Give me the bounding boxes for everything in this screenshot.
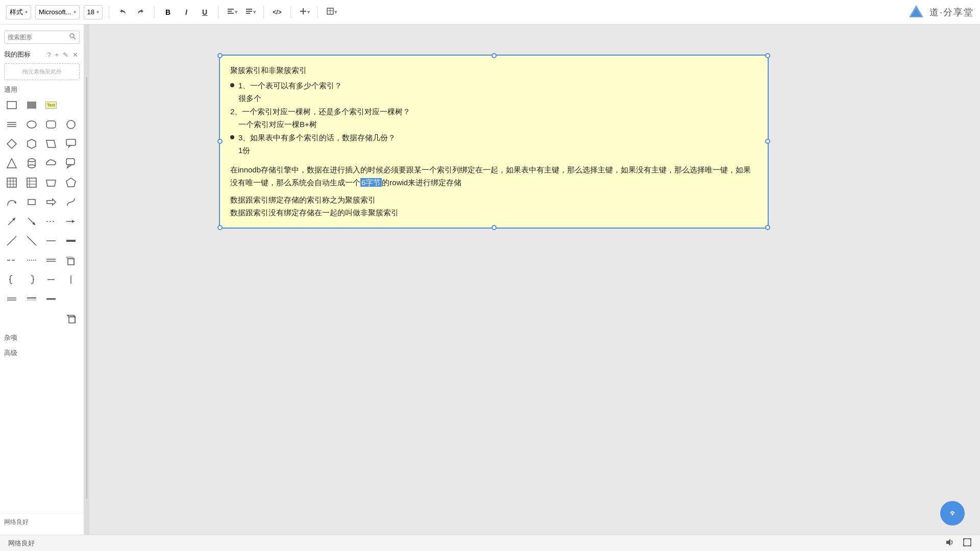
fontsize-dropdown[interactable]: 18 ▾	[84, 5, 103, 19]
svg-marker-24	[28, 139, 36, 148]
handle-mid-right[interactable]	[765, 139, 770, 144]
shape-grid-3d	[0, 310, 84, 327]
shape-3d-box[interactable]	[62, 252, 80, 269]
sidebar-search-container[interactable]	[4, 31, 80, 44]
sep2	[154, 6, 155, 18]
shape-text-box[interactable]: Text	[42, 96, 60, 114]
shape-grid-row3	[0, 135, 84, 153]
align-button[interactable]: ▾	[225, 5, 239, 19]
blue-circle-button[interactable]	[940, 501, 965, 525]
shape-diagonal-line[interactable]	[3, 232, 20, 249]
shape-parallelogram[interactable]	[42, 135, 60, 153]
question-3: 3、如果表中有多个索引的话，数据存储几份？	[238, 131, 396, 144]
shape-line-h[interactable]	[42, 232, 60, 249]
shape-dline3[interactable]	[42, 290, 60, 308]
advanced-section-label[interactable]: 高级	[0, 344, 84, 360]
handle-mid-left[interactable]	[217, 139, 223, 144]
shape-diamond[interactable]	[3, 135, 20, 153]
misc-section-label[interactable]: 杂项	[0, 329, 84, 344]
shape-grid-row5	[0, 174, 84, 191]
shape-rect-outline[interactable]	[3, 96, 20, 114]
shape-dots-line[interactable]	[42, 213, 60, 230]
content-title: 聚簇索引和非聚簇索引	[230, 64, 757, 77]
table-button[interactable]: ▾	[324, 5, 338, 19]
svg-point-29	[28, 159, 35, 162]
shape-ellipse[interactable]	[23, 116, 40, 133]
status-right	[945, 538, 972, 548]
shape-arrow-diagonal-tr[interactable]	[23, 213, 40, 230]
shape-grid-extra1	[0, 252, 84, 269]
redo-button[interactable]	[134, 5, 148, 19]
shape-arrow-line[interactable]	[62, 213, 80, 230]
shape-callout[interactable]	[62, 135, 80, 153]
my-icons-label: 我的图标	[4, 50, 31, 59]
shape-line-short[interactable]	[42, 271, 60, 288]
shape-lines[interactable]	[3, 116, 20, 133]
shape-pentagon[interactable]	[62, 174, 80, 191]
underline-button[interactable]: U	[198, 5, 212, 19]
shape-rect-small[interactable]	[23, 193, 40, 211]
shape-dline1[interactable]	[3, 290, 20, 308]
shape-cube-3d[interactable]	[63, 310, 81, 327]
shape-cylinder[interactable]	[23, 155, 40, 172]
shape-triangle[interactable]	[3, 155, 20, 172]
font-dropdown[interactable]: Microsoft... ▾	[35, 5, 80, 19]
shape-arrow-diagonal-tl[interactable]	[3, 213, 20, 230]
svg-marker-44	[46, 180, 56, 186]
shape-cloud[interactable]	[42, 155, 60, 172]
svg-point-79	[951, 513, 953, 515]
close-icon[interactable]: ✕	[71, 51, 80, 59]
handle-bottom-center[interactable]	[492, 225, 497, 230]
shape-hexagon[interactable]	[23, 135, 40, 153]
italic-button[interactable]: I	[179, 5, 193, 19]
content-box[interactable]: 聚簇索引和非聚簇索引 1、一个表可以有多少个索引？ 很多个 2、一个索引对应一棵…	[219, 55, 768, 228]
handle-bottom-right[interactable]	[765, 225, 770, 230]
underline-icon: U	[202, 8, 207, 16]
canvas-area[interactable]: 聚簇索引和非聚簇索引 1、一个表可以有多少个索引？ 很多个 2、一个索引对应一棵…	[84, 24, 980, 535]
handle-top-right[interactable]	[765, 53, 770, 58]
shape-dline2[interactable]	[23, 290, 40, 308]
shape-rect-filled[interactable]	[23, 96, 40, 114]
shape-circle[interactable]	[62, 116, 80, 133]
code-button[interactable]: </>	[270, 5, 284, 19]
shape-list[interactable]	[23, 174, 40, 191]
shape-dash2[interactable]	[23, 252, 40, 269]
undo-button[interactable]	[115, 5, 130, 19]
volume-icon[interactable]	[945, 538, 954, 548]
search-input[interactable]	[8, 34, 67, 41]
handle-bottom-left[interactable]	[217, 225, 223, 230]
edit-icon[interactable]: ✎	[61, 51, 70, 59]
fullscreen-icon[interactable]	[963, 538, 972, 548]
drop-zone[interactable]: 拖元素拖至此外	[4, 63, 80, 80]
paragraph-main: 在innodb存储引擎中，数据在进行插入的时候必须要跟某一个索引列绑定在一起，如…	[230, 163, 757, 189]
style-dropdown[interactable]: 样式 ▾	[6, 5, 31, 19]
shape-arrow-right[interactable]	[42, 193, 60, 211]
handle-top-center[interactable]	[492, 53, 497, 58]
shape-dash3[interactable]	[42, 252, 60, 269]
shape-line-v[interactable]	[62, 271, 80, 288]
more-format-button[interactable]: ▾	[243, 5, 257, 19]
svg-rect-40	[27, 178, 36, 187]
shape-speech-bubble[interactable]	[62, 155, 80, 172]
shape-table[interactable]	[3, 174, 20, 191]
insert-button[interactable]: ▾	[297, 5, 311, 19]
shape-brace-open[interactable]	[3, 271, 20, 288]
shape-trapezoid[interactable]	[42, 174, 60, 191]
sep6	[317, 6, 318, 18]
shape-s-curve[interactable]	[62, 193, 80, 211]
add-icon[interactable]: +	[53, 51, 60, 59]
shape-line-thick[interactable]	[62, 232, 80, 249]
help-icon[interactable]: ?	[45, 51, 52, 59]
align-icon	[227, 7, 235, 17]
shape-diagonal-line2[interactable]	[23, 232, 40, 249]
shape-arrow-curved[interactable]	[3, 193, 20, 211]
shape-dash1[interactable]	[3, 252, 20, 269]
fontsize-label: 18	[87, 8, 94, 16]
bold-button[interactable]: B	[161, 5, 175, 19]
handle-top-left[interactable]	[217, 53, 223, 58]
non-clustered-index-line: 数据跟索引没有绑定存储在一起的叫做非聚簇索引	[230, 206, 757, 219]
answer-3: 1份	[230, 144, 757, 157]
shape-rect-rounded[interactable]	[42, 116, 60, 133]
paragraph-text: 在innodb存储引擎中，数据在进行插入的时候必须要跟某一个索引列绑定在一起，如…	[230, 165, 751, 187]
shape-brace-close[interactable]	[23, 271, 40, 288]
